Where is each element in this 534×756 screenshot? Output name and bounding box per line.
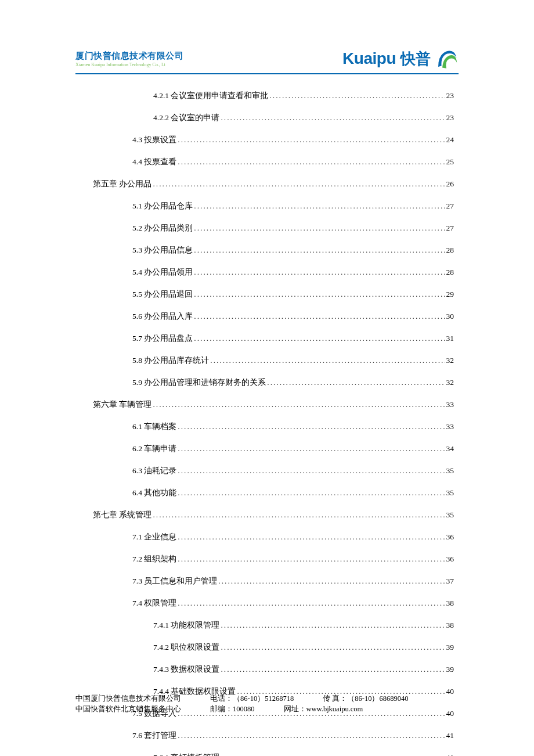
toc-entry[interactable]: 5.5 办公用品退回29 bbox=[93, 289, 454, 300]
toc-entry-page: 23 bbox=[446, 91, 454, 100]
toc-entry[interactable]: 5.1 办公用品仓库27 bbox=[93, 201, 454, 211]
toc-entry[interactable]: 7.1 企业信息36 bbox=[93, 532, 454, 542]
toc-entry-page: 35 bbox=[446, 466, 454, 476]
toc-entry-page: 33 bbox=[446, 422, 454, 431]
toc-entry-page: 27 bbox=[446, 201, 454, 211]
toc-entry-page: 28 bbox=[446, 246, 454, 255]
footer-company-1: 中国厦门快普信息技术有限公司 bbox=[75, 693, 181, 704]
toc-entry-label: 7.4.1 功能权限管理 bbox=[153, 620, 219, 631]
toc-entry-page: 31 bbox=[446, 334, 454, 343]
toc-leader-dots bbox=[194, 312, 445, 321]
toc-entry-page: 38 bbox=[446, 599, 454, 608]
toc-entry[interactable]: 5.7 办公用品盘点31 bbox=[93, 333, 454, 344]
footer-company-2: 中国快普软件北京销售服务中心 bbox=[75, 704, 181, 714]
toc-entry-page: 36 bbox=[446, 532, 454, 542]
toc-entry-label: 7.1 企业信息 bbox=[132, 532, 176, 542]
toc-entry-page: 39 bbox=[446, 665, 454, 674]
toc-entry-label: 7.4 权限管理 bbox=[132, 598, 176, 609]
toc-leader-dots bbox=[194, 246, 445, 255]
toc-entry-page: 34 bbox=[446, 444, 454, 453]
toc-entry-page: 32 bbox=[446, 356, 454, 365]
toc-entry[interactable]: 6.3 油耗记录35 bbox=[93, 466, 454, 476]
toc-entry-label: 7.3 员工信息和用户管理 bbox=[132, 576, 217, 586]
toc-entry[interactable]: 5.8 办公用品库存统计32 bbox=[93, 355, 454, 366]
toc-entry[interactable]: 7.3 员工信息和用户管理37 bbox=[93, 576, 454, 586]
toc-entry-label: 第七章 系统管理 bbox=[93, 510, 151, 520]
toc-entry[interactable]: 第五章 办公用品26 bbox=[93, 179, 454, 189]
toc-entry[interactable]: 6.2 车辆申请34 bbox=[93, 444, 454, 454]
toc-leader-dots bbox=[221, 665, 445, 674]
toc-entry-label: 6.2 车辆申请 bbox=[132, 444, 176, 454]
toc-entry-label: 5.6 办公用品入库 bbox=[132, 311, 193, 322]
toc-entry-page: 35 bbox=[446, 510, 454, 520]
toc-entry-label: 5.5 办公用品退回 bbox=[132, 289, 193, 300]
toc-entry-page: 23 bbox=[446, 113, 454, 123]
toc-entry[interactable]: 7.6 套打管理41 bbox=[93, 730, 454, 741]
toc-leader-dots bbox=[178, 555, 445, 564]
toc-leader-dots bbox=[221, 643, 445, 652]
toc-leader-dots bbox=[210, 356, 445, 365]
toc-entry[interactable]: 7.6.1 套打模板管理41 bbox=[93, 753, 454, 756]
toc-entry[interactable]: 5.6 办公用品入库30 bbox=[93, 311, 454, 322]
toc-entry-page: 24 bbox=[446, 135, 454, 145]
toc-leader-dots bbox=[267, 378, 445, 387]
company-block: 厦门快普信息技术有限公司 Xiamen Kuaipu Information T… bbox=[75, 51, 183, 67]
toc-entry-page: 39 bbox=[446, 643, 454, 652]
toc-entry-label: 4.3 投票设置 bbox=[132, 135, 176, 145]
footer-zip: 邮编：100080 bbox=[210, 704, 255, 714]
toc-entry[interactable]: 5.3 办公用品信息28 bbox=[93, 245, 454, 255]
toc-entry-label: 7.4.2 职位权限设置 bbox=[153, 642, 219, 653]
toc-entry[interactable]: 7.2 组织架构36 bbox=[93, 554, 454, 564]
toc-entry-page: 26 bbox=[446, 179, 454, 189]
toc-entry-label: 5.1 办公用品仓库 bbox=[132, 201, 193, 211]
toc-entry-label: 第六章 车辆管理 bbox=[93, 399, 151, 410]
toc-entry-label: 第五章 办公用品 bbox=[93, 179, 151, 189]
toc-entry-page: 32 bbox=[446, 378, 454, 387]
toc-entry-label: 7.6 套打管理 bbox=[132, 730, 176, 741]
toc-entry[interactable]: 7.4 权限管理38 bbox=[93, 598, 454, 609]
toc-entry[interactable]: 5.9 办公用品管理和进销存财务的关系32 bbox=[93, 377, 454, 388]
toc-leader-dots bbox=[269, 91, 445, 100]
toc-entry[interactable]: 7.4.1 功能权限管理38 bbox=[93, 620, 454, 631]
toc-entry[interactable]: 4.3 投票设置24 bbox=[93, 135, 454, 145]
toc-entry[interactable]: 6.1 车辆档案33 bbox=[93, 422, 454, 432]
toc-entry-label: 5.2 办公用品类别 bbox=[132, 223, 193, 233]
toc-entry-label: 7.2 组织架构 bbox=[132, 554, 176, 564]
toc-leader-dots bbox=[178, 532, 445, 542]
toc-leader-dots bbox=[194, 290, 445, 299]
toc-leader-dots bbox=[194, 334, 445, 343]
footer-fax: 传 真：（86-10）68689040 bbox=[323, 693, 408, 704]
toc-entry[interactable]: 第七章 系统管理35 bbox=[93, 510, 454, 520]
toc-entry-page: 36 bbox=[446, 555, 454, 564]
toc-entry-page: 29 bbox=[446, 290, 454, 299]
toc-entry-page: 25 bbox=[446, 157, 454, 167]
company-name-cn: 厦门快普信息技术有限公司 bbox=[75, 51, 183, 62]
kuaipu-logo-icon bbox=[434, 46, 459, 71]
toc-entry-label: 6.3 油耗记录 bbox=[132, 466, 176, 476]
toc-leader-dots bbox=[178, 466, 445, 476]
toc-leader-dots bbox=[178, 444, 445, 453]
toc-entry[interactable]: 4.2.1 会议室使用申请查看和审批23 bbox=[93, 91, 454, 101]
toc-leader-dots bbox=[194, 201, 445, 211]
table-of-contents: 4.2.1 会议室使用申请查看和审批234.2.2 会议室的申请234.3 投票… bbox=[75, 91, 459, 756]
toc-entry[interactable]: 6.4 其他功能35 bbox=[93, 488, 454, 498]
toc-leader-dots bbox=[178, 157, 445, 167]
toc-entry[interactable]: 7.4.3 数据权限设置39 bbox=[93, 664, 454, 675]
toc-entry[interactable]: 5.4 办公用品领用28 bbox=[93, 267, 454, 278]
page-footer: 中国厦门快普信息技术有限公司 电话：（86-10）51268718 传 真：（8… bbox=[75, 693, 459, 714]
toc-entry[interactable]: 7.4.2 职位权限设置39 bbox=[93, 642, 454, 653]
toc-leader-dots bbox=[194, 224, 445, 233]
toc-entry[interactable]: 4.4 投票查看25 bbox=[93, 157, 454, 167]
toc-entry-page: 30 bbox=[446, 312, 454, 321]
toc-entry[interactable]: 第六章 车辆管理33 bbox=[93, 399, 454, 410]
toc-entry-page: 38 bbox=[446, 621, 454, 630]
toc-entry[interactable]: 4.2.2 会议室的申请23 bbox=[93, 113, 454, 123]
brand-block: Kuaipu 快普 bbox=[342, 46, 459, 71]
toc-leader-dots bbox=[153, 400, 445, 409]
brand-name-cn: 快普 bbox=[400, 49, 431, 69]
toc-entry-label: 4.2.1 会议室使用申请查看和审批 bbox=[153, 91, 268, 101]
toc-leader-dots bbox=[194, 268, 445, 277]
toc-entry-page: 41 bbox=[446, 753, 454, 756]
toc-entry[interactable]: 5.2 办公用品类别27 bbox=[93, 223, 454, 233]
toc-entry-label: 4.2.2 会议室的申请 bbox=[153, 113, 219, 123]
